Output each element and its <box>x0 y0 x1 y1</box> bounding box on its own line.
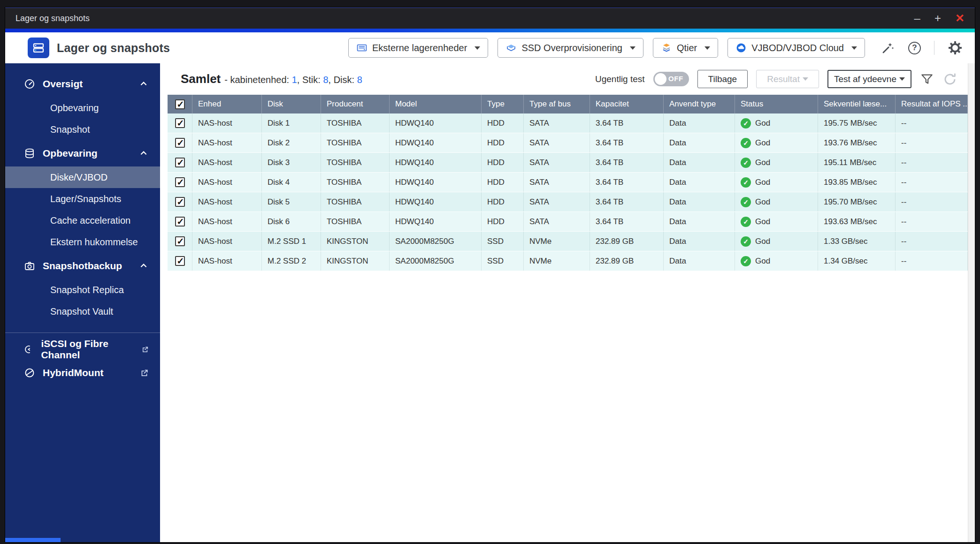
cell-iops-resultat: -- <box>896 251 968 271</box>
col-header-anvendt-type[interactable]: Anvendt type <box>664 95 735 113</box>
minimize-button[interactable]: – <box>914 13 920 24</box>
col-header-sekventiel[interactable]: Sekventiel læse... <box>818 95 896 113</box>
button-label: Test af ydeevne <box>834 74 896 84</box>
sidebar-horizontal-scroll-thumb[interactable] <box>5 538 61 542</box>
row-checkbox[interactable] <box>175 236 185 246</box>
summary-text: , Disk: <box>329 75 357 85</box>
col-header-producent[interactable]: Producent <box>321 95 390 113</box>
close-button[interactable]: ✕ <box>955 13 965 24</box>
refresh-icon[interactable] <box>942 72 957 87</box>
row-checkbox[interactable] <box>175 256 185 266</box>
settings-gear-icon[interactable] <box>948 40 963 55</box>
cell-enhed: NAS-host <box>192 232 262 251</box>
cell-bus: NVMe <box>524 251 590 271</box>
cell-sekventiel-laese: 1.33 GB/sec <box>818 232 896 251</box>
body-row: Oversigt Opbevaring Snapshot Opbevaring … <box>5 63 975 542</box>
weekly-test-toggle[interactable]: OFF <box>653 72 689 86</box>
col-header-model[interactable]: Model <box>390 95 482 113</box>
sidebar-item-snapshot-vault[interactable]: Snapshot Vault <box>5 301 160 322</box>
sidebar-section-opbevaring[interactable]: Opbevaring <box>5 140 160 166</box>
row-checkbox-cell[interactable] <box>168 212 192 231</box>
status-ok-icon <box>741 236 751 247</box>
maximize-button[interactable]: + <box>934 13 941 24</box>
row-checkbox[interactable] <box>175 118 185 128</box>
sidebar-item-ekstern-hukommelse[interactable]: Ekstern hukommelse <box>5 231 160 253</box>
row-checkbox-cell[interactable] <box>168 192 192 212</box>
window-title: Lager og snapshots <box>15 14 90 23</box>
cell-producent: TOSHIBA <box>321 192 390 212</box>
chevron-up-icon <box>139 149 148 158</box>
ssd-overprovisioning-dropdown[interactable]: SSD Overprovisionering <box>498 38 643 58</box>
table-row[interactable]: NAS-host M.2 SSD 2 KINGSTON SA2000M8250G… <box>168 251 968 271</box>
filter-icon[interactable] <box>920 72 934 86</box>
sidebar-item-snapshot[interactable]: Snapshot <box>5 119 160 140</box>
table-row[interactable]: NAS-host Disk 3 TOSHIBA HDWQ140 HDD SATA… <box>168 153 968 173</box>
col-header-disk[interactable]: Disk <box>262 95 321 113</box>
sidebar-item-cache-acceleration[interactable]: Cache acceleration <box>5 210 160 231</box>
external-link-icon <box>140 369 149 378</box>
external-storage-dropdown[interactable]: Eksterne lagerenheder <box>348 38 488 58</box>
vjbod-cloud-dropdown[interactable]: VJBOD/VJBOD Cloud <box>727 38 865 58</box>
row-checkbox-cell[interactable] <box>168 153 192 172</box>
table-row[interactable]: NAS-host Disk 5 TOSHIBA HDWQ140 HDD SATA… <box>168 192 968 212</box>
cell-anvendt-type: Data <box>664 153 735 172</box>
chevron-up-icon <box>139 262 148 270</box>
sidebar-section-label: Opbevaring <box>43 148 98 159</box>
result-dropdown-button[interactable]: Resultat <box>756 70 819 88</box>
cell-enhed: NAS-host <box>192 251 262 271</box>
cell-anvendt-type: Data <box>664 192 735 212</box>
header-checkbox-cell[interactable] <box>168 95 192 113</box>
col-header-type[interactable]: Type <box>482 95 524 113</box>
sidebar-item-lager-snapshots[interactable]: Lager/Snapshots <box>5 188 160 210</box>
row-checkbox[interactable] <box>175 158 185 167</box>
sidebar-section-label: Snapshotbackup <box>43 260 122 272</box>
help-icon[interactable]: ? <box>908 42 921 54</box>
row-checkbox-cell[interactable] <box>168 133 192 152</box>
status-ok-icon <box>741 217 751 227</box>
row-checkbox-cell[interactable] <box>168 251 192 271</box>
select-all-checkbox[interactable] <box>175 99 185 109</box>
table-row[interactable]: NAS-host Disk 4 TOSHIBA HDWQ140 HDD SATA… <box>168 173 968 192</box>
status-ok-icon <box>741 256 751 266</box>
sidebar-item-opbevaring[interactable]: Opbevaring <box>5 97 160 119</box>
sidebar-link-label: HybridMount <box>43 367 103 378</box>
col-header-status[interactable]: Status <box>735 95 818 113</box>
col-header-enhed[interactable]: Enhed <box>192 95 262 113</box>
cell-iops-resultat: -- <box>896 192 968 212</box>
sidebar-link-iscsi[interactable]: iSCSI og Fibre Channel <box>5 338 160 361</box>
row-checkbox-cell[interactable] <box>168 173 192 192</box>
col-header-kapacitet[interactable]: Kapacitet <box>590 95 664 113</box>
cell-disk: Disk 4 <box>262 173 321 192</box>
cell-anvendt-type: Data <box>664 173 735 192</box>
wizard-wand-icon[interactable] <box>881 41 895 55</box>
row-checkbox[interactable] <box>175 177 185 187</box>
page-title: Lager og snapshots <box>57 41 170 55</box>
row-checkbox-cell[interactable] <box>168 232 192 251</box>
sidebar-item-diske-vjbod[interactable]: Diske/VJBOD <box>5 166 160 188</box>
weekly-test-label: Ugentlig test <box>595 74 645 84</box>
table-row[interactable]: NAS-host Disk 2 TOSHIBA HDWQ140 HDD SATA… <box>168 133 968 153</box>
chevron-up-icon <box>139 80 148 88</box>
cell-disk: Disk 5 <box>262 192 321 212</box>
vertical-scrollbar[interactable] <box>968 63 975 542</box>
sidebar-item-snapshot-replica[interactable]: Snapshot Replica <box>5 279 160 301</box>
row-checkbox[interactable] <box>175 138 185 148</box>
table-row[interactable]: NAS-host M.2 SSD 1 KINGSTON SA2000M8250G… <box>168 232 968 251</box>
sidebar-section-snapshotbackup[interactable]: Snapshotbackup <box>5 253 160 279</box>
table-row[interactable]: NAS-host Disk 6 TOSHIBA HDWQ140 HDD SATA… <box>168 212 968 232</box>
row-checkbox-cell[interactable] <box>168 113 192 133</box>
table-row[interactable]: NAS-host Disk 1 TOSHIBA HDWQ140 HDD SATA… <box>168 113 968 133</box>
col-header-iops[interactable]: Resultat af IOPS ... <box>896 95 968 113</box>
performance-test-dropdown-button[interactable]: Test af ydeevne <box>827 70 911 88</box>
chevron-down-icon <box>704 46 710 50</box>
sidebar-section-oversigt[interactable]: Oversigt <box>5 71 160 97</box>
back-button[interactable]: Tilbage <box>697 70 748 88</box>
sidebar-link-hybridmount[interactable]: HybridMount <box>5 361 160 385</box>
status-label: God <box>755 178 770 187</box>
cell-producent: KINGSTON <box>321 232 390 251</box>
row-checkbox[interactable] <box>175 197 185 207</box>
col-header-bus[interactable]: Type af bus <box>524 95 590 113</box>
cell-kapacitet: 3.64 TB <box>590 173 664 192</box>
qtier-dropdown[interactable]: Qtier <box>653 38 718 58</box>
row-checkbox[interactable] <box>175 217 185 227</box>
